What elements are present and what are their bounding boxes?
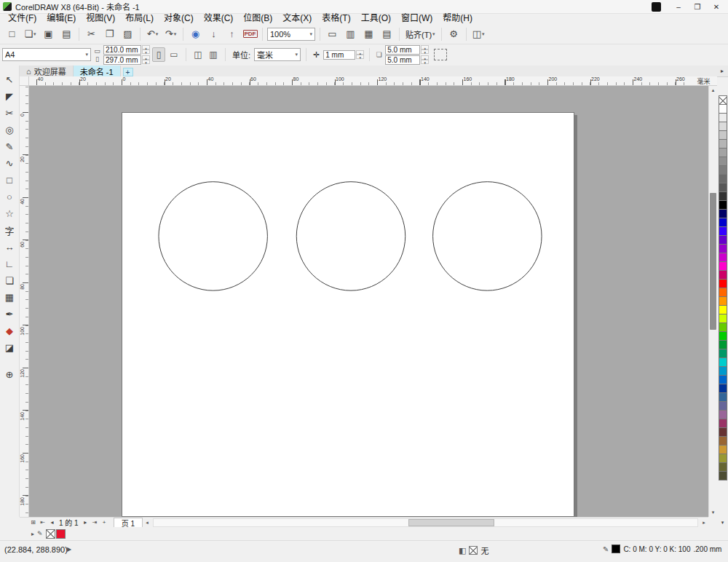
duplicate-x-input[interactable]: 5.0 mm (385, 45, 420, 55)
snap-to-button[interactable]: 贴齐(T)▾ (403, 26, 438, 42)
show-grid-button[interactable]: ▦ (360, 26, 378, 42)
close-button[interactable]: ✕ (708, 1, 725, 12)
document-palette-expander[interactable]: ▸ (31, 531, 34, 537)
menu-table[interactable]: 表格(T) (317, 13, 355, 24)
palette-scroll-down-button[interactable]: ▾ (721, 518, 724, 527)
treat-as-filled-toggle[interactable] (434, 49, 447, 60)
last-page-button[interactable]: ⇥ (90, 518, 100, 527)
tab-untitled-1[interactable]: 未命名 -1 (74, 66, 121, 76)
units-select[interactable]: 毫米 ▾ (254, 48, 301, 61)
new-document-button[interactable]: □ (3, 26, 21, 42)
scroll-left-button[interactable]: ◂ (143, 520, 151, 526)
text-tool[interactable]: 字 (1, 222, 18, 239)
page-height-input[interactable]: 297.0 mm (103, 55, 141, 65)
page-flipper-button[interactable]: ⊞ (28, 518, 38, 527)
print-document-button[interactable]: ▤ (58, 26, 76, 42)
tab-scroll-right-button[interactable]: ▸ (716, 68, 728, 74)
scroll-up-button[interactable]: ▴ (709, 86, 717, 95)
scroll-right-button[interactable]: ▸ (700, 520, 708, 526)
show-guidelines-button[interactable]: ▤ (378, 26, 396, 42)
portrait-button[interactable]: ▯ (152, 47, 165, 62)
full-screen-preview-button[interactable]: ▭ (323, 26, 341, 42)
menu-window[interactable]: 窗口(W) (396, 13, 438, 24)
nudge-distance-input[interactable]: 1 mm (323, 50, 355, 60)
maximize-button[interactable]: ❐ (689, 1, 706, 12)
connector-tool[interactable]: ∟ (1, 256, 18, 272)
menu-effects[interactable]: 效果(C) (199, 13, 239, 24)
publish-pdf-button[interactable]: PDF (241, 26, 259, 42)
horizontal-scroll-thumb[interactable] (408, 519, 494, 526)
circle-shape-3[interactable] (433, 182, 542, 290)
docpalette-color-swatch-E8112D[interactable] (56, 529, 66, 539)
new-document-tab-button[interactable]: + (123, 68, 133, 76)
artistic-media-tool[interactable]: ∿ (1, 155, 18, 172)
menu-help[interactable]: 帮助(H) (438, 13, 478, 24)
statusbar-expander[interactable]: ▶ (67, 546, 71, 553)
drawing-page[interactable] (122, 112, 574, 517)
page-1-tab[interactable]: 页 1 (114, 518, 143, 528)
previous-page-button[interactable]: ◂ (47, 518, 57, 527)
menu-object[interactable]: 对象(C) (159, 13, 199, 24)
circle-shape-2[interactable] (296, 182, 405, 290)
paste-button[interactable]: ▨ (119, 26, 137, 42)
app-launcher-button[interactable]: ◫▾ (470, 26, 488, 42)
import-button[interactable]: ↓ (205, 26, 223, 42)
page-width-down-button[interactable]: ▾ (142, 50, 150, 54)
vertical-scrollbar[interactable]: ▴ ▾ (708, 86, 717, 517)
ruler-origin[interactable] (20, 76, 29, 86)
smart-fill-tool[interactable]: ◪ (1, 339, 18, 356)
undo-button[interactable]: ↶▾ (143, 26, 162, 42)
menu-bitmaps[interactable]: 位图(B) (238, 13, 277, 24)
edit-palette-icon[interactable]: ✎ (37, 530, 43, 537)
color-eyedropper-tool[interactable]: ✒ (1, 306, 18, 322)
shape-tool[interactable]: ◤ (1, 88, 18, 105)
menu-edit[interactable]: 编辑(E) (41, 13, 81, 24)
freehand-tool[interactable]: ✎ (1, 138, 18, 155)
polygon-tool[interactable]: ☆ (1, 205, 18, 222)
circle-shape-1[interactable] (159, 182, 267, 290)
menu-file[interactable]: 文件(F) (3, 13, 41, 24)
options-button[interactable]: ⚙ (445, 26, 463, 42)
search-content-button[interactable]: ◉ (186, 26, 205, 42)
copy-button[interactable]: ❐ (100, 26, 119, 42)
open-document-button[interactable]: ❏▾ (21, 26, 39, 42)
save-document-button[interactable]: ▣ (39, 26, 58, 42)
parallel-dimension-tool[interactable]: ↔ (1, 239, 18, 256)
cut-button[interactable]: ✂ (82, 26, 100, 42)
page-width-input[interactable]: 210.0 mm (103, 45, 141, 55)
horizontal-scrollbar[interactable] (153, 518, 698, 527)
horizontal-ruler[interactable]: 4020020406080100120140160180200220240260 (29, 76, 690, 86)
docpalette-none-color-swatch[interactable] (46, 529, 55, 539)
duplicate-y-down-button[interactable]: ▾ (421, 60, 429, 64)
scroll-down-button[interactable]: ▾ (709, 508, 717, 517)
menu-layout[interactable]: 布局(L) (120, 13, 159, 24)
duplicate-y-input[interactable]: 5.0 mm (385, 55, 420, 65)
zoom-tool[interactable]: ◎ (1, 122, 18, 138)
transparency-tool[interactable]: ▦ (1, 289, 18, 306)
tab-welcome[interactable]: ⌂ 欢迎屏幕 (20, 66, 74, 76)
current-page-button[interactable]: ▥ (207, 47, 220, 62)
add-page-button[interactable]: + (100, 518, 109, 527)
vertical-scroll-thumb[interactable] (710, 193, 716, 330)
expand-toolbox-button[interactable]: ⊕ (1, 366, 18, 383)
menu-tools[interactable]: 工具(O) (356, 13, 396, 24)
interactive-fill-tool[interactable]: ◆ (1, 322, 18, 339)
pick-tool[interactable]: ↖ (1, 71, 18, 88)
duplicate-x-down-button[interactable]: ▾ (421, 50, 429, 54)
show-rulers-button[interactable]: ▥ (341, 26, 360, 42)
menu-text[interactable]: 文本(X) (277, 13, 317, 24)
page-height-down-button[interactable]: ▾ (142, 60, 150, 64)
paper-size-select[interactable]: A4 ▾ (2, 48, 91, 61)
nudge-down-button[interactable]: ▾ (356, 55, 364, 59)
menu-view[interactable]: 视图(V) (81, 13, 120, 24)
first-page-button[interactable]: ⇤ (38, 518, 47, 527)
crop-tool[interactable]: ✂ (1, 105, 18, 122)
all-pages-button[interactable]: ◫ (191, 47, 205, 62)
next-page-button[interactable]: ▸ (81, 518, 90, 527)
membership-icon[interactable] (652, 2, 661, 12)
drop-shadow-tool[interactable]: ❏ (1, 272, 18, 289)
zoom-level-select[interactable]: 100%▾ (267, 28, 315, 41)
export-button[interactable]: ↑ (223, 26, 241, 42)
vertical-ruler[interactable]: 020406080100120140160180 (20, 86, 29, 517)
minimize-button[interactable]: – (670, 1, 687, 12)
